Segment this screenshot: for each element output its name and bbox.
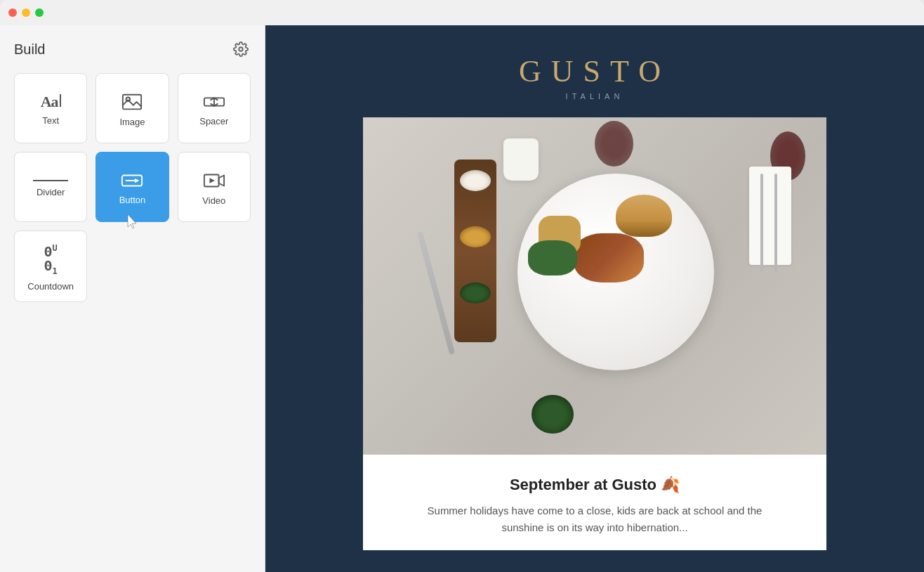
divider-icon bbox=[33, 180, 68, 181]
email-header: GUSTO ITALIAN bbox=[349, 25, 840, 117]
title-bar bbox=[0, 0, 924, 25]
countdown-icon: 0U 01 bbox=[44, 244, 58, 275]
maximize-button[interactable] bbox=[35, 8, 44, 17]
spacer-icon bbox=[203, 93, 225, 110]
gravy-jug bbox=[503, 138, 539, 181]
spoon bbox=[417, 231, 455, 355]
svg-marker-9 bbox=[209, 178, 215, 183]
board-bowl-middle bbox=[460, 226, 491, 247]
widget-spacer[interactable]: Spacer bbox=[178, 73, 251, 143]
email-headline: September at Gusto 🍂 bbox=[391, 476, 798, 494]
food-image bbox=[363, 117, 826, 455]
video-icon bbox=[203, 171, 225, 190]
brand-name: GUSTO bbox=[363, 53, 826, 89]
text-icon: Aa bbox=[41, 94, 61, 110]
bottom-veg-bowl bbox=[532, 395, 574, 434]
email-content-card: September at Gusto 🍂 Summer holidays hav… bbox=[363, 117, 826, 550]
widget-text[interactable]: Aa Text bbox=[14, 73, 87, 143]
food-yorkshire-pudding bbox=[616, 195, 672, 237]
app-body: Build Aa Text bbox=[0, 25, 924, 572]
sidebar-title: Build bbox=[14, 41, 45, 58]
video-widget-label: Video bbox=[202, 195, 225, 206]
image-icon bbox=[121, 93, 143, 111]
food-meat bbox=[574, 233, 644, 282]
board-bowl-bottom bbox=[460, 282, 491, 304]
svg-point-0 bbox=[239, 47, 243, 51]
button-icon bbox=[121, 172, 143, 189]
widget-grid: Aa Text Image bbox=[14, 73, 251, 302]
button-widget-label: Button bbox=[119, 195, 146, 205]
cursor-pointer bbox=[125, 213, 140, 235]
svg-marker-8 bbox=[218, 175, 224, 186]
email-canvas: GUSTO ITALIAN bbox=[265, 25, 924, 572]
email-preview: GUSTO ITALIAN bbox=[349, 25, 840, 550]
board-bowl-top bbox=[460, 170, 491, 191]
food-vegetables bbox=[528, 240, 577, 275]
email-text-section: September at Gusto 🍂 Summer holidays hav… bbox=[363, 455, 826, 550]
widget-divider[interactable]: Divider bbox=[14, 152, 87, 222]
close-button[interactable] bbox=[8, 8, 17, 17]
minimize-button[interactable] bbox=[22, 8, 30, 17]
widget-image[interactable]: Image bbox=[95, 73, 169, 143]
image-widget-label: Image bbox=[119, 117, 145, 127]
napkin bbox=[749, 167, 791, 265]
widget-button[interactable]: Button bbox=[95, 152, 169, 222]
divider-widget-label: Divider bbox=[37, 187, 65, 197]
wine-glass-top bbox=[595, 121, 633, 167]
settings-button[interactable] bbox=[231, 39, 251, 59]
email-body-text: Summer holidays have come to a close, ki… bbox=[419, 502, 770, 536]
knife bbox=[774, 174, 777, 272]
fork bbox=[760, 174, 763, 272]
countdown-widget-label: Countdown bbox=[27, 281, 74, 292]
spacer-widget-label: Spacer bbox=[199, 116, 228, 126]
widget-video[interactable]: Video bbox=[178, 152, 251, 222]
sidebar-header: Build bbox=[14, 39, 251, 59]
sidebar: Build Aa Text bbox=[0, 25, 265, 572]
widget-countdown[interactable]: 0U 01 Countdown bbox=[14, 230, 87, 302]
brand-subtitle: ITALIAN bbox=[363, 92, 826, 100]
food-image-background bbox=[363, 117, 826, 455]
text-widget-label: Text bbox=[42, 115, 59, 126]
